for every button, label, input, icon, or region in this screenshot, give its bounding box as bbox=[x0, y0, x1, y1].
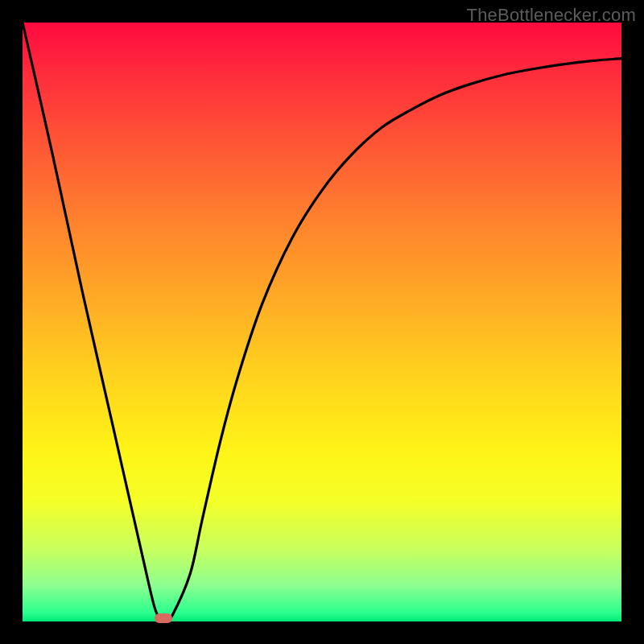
chart-plot-area bbox=[23, 23, 621, 621]
watermark-text: TheBottlenecker.com bbox=[467, 5, 636, 26]
min-marker bbox=[155, 613, 172, 623]
bottleneck-curve bbox=[23, 23, 621, 621]
